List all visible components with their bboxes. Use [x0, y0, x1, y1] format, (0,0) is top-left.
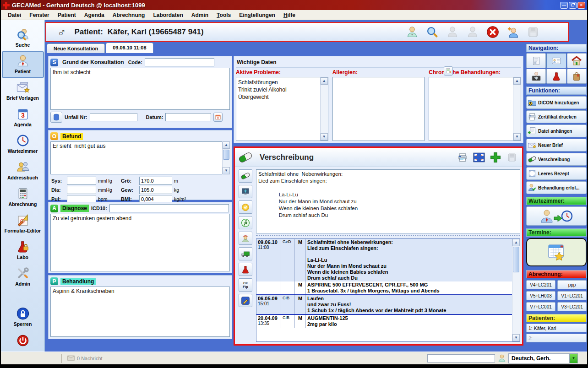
menu-item-patient[interactable]: Patient — [54, 11, 80, 20]
attach-file-button[interactable]: Datei anhängen — [526, 124, 587, 137]
billing-code-button[interactable]: V7+LC001 — [526, 302, 555, 311]
sidebar-item-labo[interactable]: Labo — [2, 237, 44, 264]
scroll-down-icon[interactable]: ▼ — [512, 334, 520, 341]
sidebar-item-admin[interactable]: Admin — [2, 264, 44, 290]
unfall-input[interactable] — [90, 113, 137, 121]
sidebar-item-patient[interactable]: Patient — [2, 51, 44, 78]
remove-patient-icon[interactable] — [466, 26, 479, 38]
logout-power-button[interactable] — [16, 334, 29, 349]
free-text-button[interactable] — [239, 294, 252, 307]
history-row[interactable]: 20.04.0913:35CIBMAUGMENTIN-125 2mg par k… — [256, 314, 512, 328]
problem-item[interactable]: Trinkt zuviel Alkohol — [238, 86, 318, 93]
dia-input[interactable] — [67, 186, 96, 194]
save-prescription-button[interactable] — [506, 152, 518, 163]
dicom-add-button[interactable]: DICOM hinzufügen — [526, 96, 587, 109]
billing-code-button[interactable]: V5+LH003 — [526, 291, 555, 300]
nav-lab-button[interactable] — [546, 69, 566, 84]
treatment-done-button[interactable]: Behandlung erfol... — [526, 181, 587, 194]
empty-prescription-button[interactable]: Leeres Rezept — [526, 167, 587, 180]
allergien-list[interactable] — [333, 77, 425, 141]
send-to-waiting-room-button[interactable] — [526, 206, 587, 226]
nav-home-button[interactable] — [567, 53, 587, 68]
restore-button[interactable] — [569, 2, 577, 9]
history-scrollbar[interactable]: ▲ ▼ — [512, 239, 520, 341]
dropdown-arrow-icon[interactable]: ▼ — [569, 354, 577, 363]
history-row[interactable]: MASPIRINE 500 EFFERVESCENT, CPR.EFF., 50… — [256, 281, 512, 294]
user-selector[interactable]: Deutsch, Gerh. ▼ — [508, 353, 578, 363]
billing-code-button[interactable]: V4+LC201 — [526, 280, 555, 289]
sidebar-item-sperren[interactable]: Sperren — [2, 304, 44, 330]
scroll-up-icon[interactable]: ▲ — [321, 77, 328, 85]
history-row[interactable]: 06.05.0915:01CIBMLaufen und zwar zu Fuss… — [256, 294, 512, 314]
sidebar-item-formular-editor[interactable]: Formular-Editor — [2, 211, 44, 237]
probleme-scrollbar[interactable]: ▲ ▼ — [320, 77, 328, 141]
new-letter-button[interactable]: Neuer Brief — [526, 139, 587, 152]
menu-item-datei[interactable]: Datei — [4, 11, 25, 20]
scroll-up-icon[interactable]: ▲ — [513, 77, 521, 85]
certificate-button[interactable] — [239, 200, 252, 214]
icd10-input[interactable] — [109, 204, 229, 212]
doctor-icon[interactable] — [406, 26, 419, 38]
search-icon[interactable] — [426, 26, 439, 38]
billing-code-button[interactable]: V3+LC201 — [557, 302, 587, 311]
behandlung-textarea[interactable]: Aspirin & Krankschreiben — [50, 287, 230, 337]
menu-item-agenda[interactable]: Agenda — [80, 11, 109, 20]
close-button[interactable]: × — [577, 2, 585, 9]
sidebar-item-wartezimmer[interactable]: Wartezimmer — [2, 131, 44, 157]
scroll-down-icon[interactable]: ▼ — [513, 133, 521, 141]
fullscreen-button[interactable] — [473, 152, 485, 163]
date-picker-button[interactable] — [213, 113, 223, 122]
splitter-handle[interactable] — [256, 235, 520, 238]
menu-item-einstellungen[interactable]: Einstellungen — [235, 11, 279, 20]
prescription-editor[interactable]: Schlafmittel ohne Nebenwirkungen: Lied z… — [256, 169, 520, 233]
sidebar-item-suche[interactable]: Suche — [2, 25, 44, 51]
transport-button[interactable] — [239, 247, 252, 260]
edit-patient-icon[interactable] — [446, 26, 459, 38]
tab-consultation-date[interactable]: 09.06.10 11:08 — [106, 43, 153, 53]
add-patient-icon[interactable] — [506, 26, 519, 38]
nav-record-button[interactable] — [526, 53, 546, 68]
menu-item-abrechnung[interactable]: Abrechnung — [109, 11, 149, 20]
minimize-button[interactable]: — — [560, 2, 568, 9]
gewicht-input[interactable]: 105.0 — [139, 186, 172, 194]
befund-scrollbar[interactable]: ▲ ▼ — [222, 141, 230, 174]
message-status[interactable]: 0 Nachricht — [64, 355, 169, 361]
status-input[interactable] — [427, 354, 495, 363]
sidebar-item-addressbuch[interactable]: Addressbuch — [2, 157, 44, 184]
new-appointment-button[interactable] — [526, 238, 587, 266]
sys-input[interactable] — [67, 177, 96, 185]
imaging-button[interactable] — [239, 185, 252, 198]
sidebar-item-abrechnung[interactable]: Abrechnung — [2, 184, 44, 211]
close-patient-icon[interactable] — [486, 26, 499, 38]
menu-item-tools[interactable]: Tools — [212, 11, 235, 20]
nav-documents-bag-button[interactable] — [567, 69, 587, 84]
befund-textarea[interactable]: Er sieht nicht gut aus — [50, 141, 222, 174]
tab-neue-konsultation[interactable]: Neue Konsultation — [47, 43, 105, 53]
verschreibung-button[interactable]: Verschreibung — [526, 153, 587, 166]
save-icon[interactable] — [527, 26, 539, 38]
nurse-button[interactable] — [239, 232, 252, 245]
scroll-down-icon[interactable]: ▼ — [321, 133, 328, 141]
sidebar-item-agenda[interactable]: 3 Agenda — [2, 104, 44, 131]
patient-slot-2[interactable]: 2: — [526, 334, 587, 342]
add-prescription-button[interactable] — [489, 152, 502, 163]
sidebar-item-brief-vorlagen[interactable]: Brief Vorlagen — [2, 78, 44, 104]
grund-textarea[interactable]: Ihm ist schlecht — [50, 68, 230, 110]
database-button[interactable] — [50, 112, 62, 123]
print-certificate-button[interactable]: Zertifikat drucken — [526, 110, 587, 123]
menu-item-labordaten[interactable]: Labordaten — [149, 11, 187, 20]
billing-code-button[interactable]: V1+LC201 — [557, 291, 587, 300]
problem-item[interactable]: Schlafstörungen — [238, 79, 318, 86]
print-prescription-button[interactable] — [456, 152, 469, 163]
menu-item-hilfe[interactable]: Hilfe — [279, 11, 299, 20]
physiotherapy-button[interactable] — [239, 216, 252, 229]
medication-button[interactable] — [239, 169, 252, 183]
history-row[interactable]: 09.06.1011:08GeDMSchlafmittel ohne Neben… — [256, 239, 512, 281]
problem-item[interactable]: Übergewicht — [238, 93, 318, 101]
patient-slot-1[interactable]: 1: Käfer, Karl — [526, 324, 587, 332]
chronisch-scrollbar[interactable]: ▲ ▼ — [513, 77, 521, 141]
code-input[interactable] — [145, 58, 214, 66]
datum-input[interactable] — [165, 113, 211, 121]
groesse-input[interactable]: 170.0 — [139, 177, 172, 185]
chronische-behandlungen-list[interactable] — [429, 77, 513, 141]
